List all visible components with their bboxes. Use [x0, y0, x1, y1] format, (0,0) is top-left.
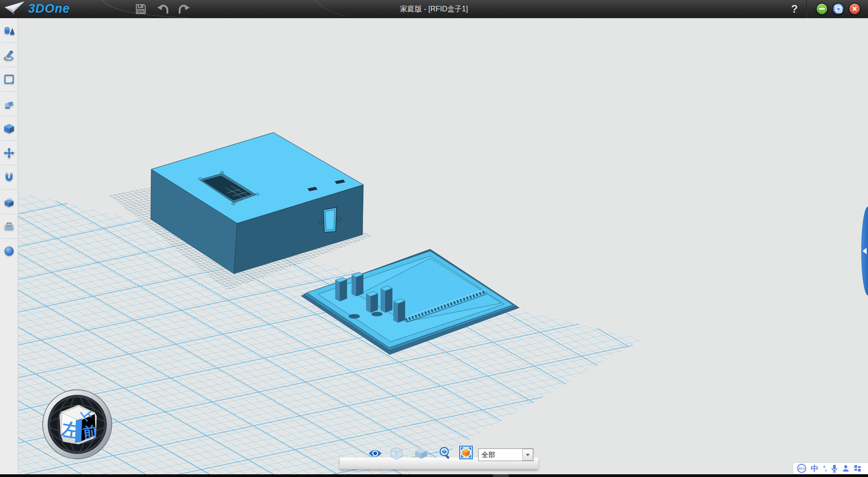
sidebar-item-move[interactable]: [0, 141, 18, 165]
save-icon[interactable]: [134, 3, 147, 15]
window-controls: ✕: [816, 3, 861, 15]
assembly-box-icon: [3, 196, 15, 208]
sidebar-item-material[interactable]: [0, 239, 18, 263]
sketch-plane-icon: [3, 74, 15, 85]
user-icon[interactable]: [842, 465, 849, 472]
magnet-icon: [3, 172, 15, 183]
sidebar-item-sketch[interactable]: [0, 43, 18, 67]
toolbox-icon: [3, 221, 15, 232]
material-sphere-icon: [3, 245, 15, 257]
sidebar-item-constraint[interactable]: [0, 165, 18, 190]
titlebar-divider: [806, 0, 807, 18]
help-button[interactable]: ?: [787, 2, 802, 16]
nav-cube-solid[interactable]: 上 左 前: [59, 405, 98, 444]
app-logo-text: 3DOne: [28, 2, 70, 16]
wireframe-mode-button[interactable]: [389, 447, 404, 460]
selection-filter-dropdown[interactable]: 全部: [478, 448, 534, 461]
sidebar-item-feature[interactable]: [0, 116, 18, 141]
minimize-button[interactable]: [816, 3, 828, 15]
close-icon: ✕: [852, 5, 858, 12]
dropdown-arrow-icon[interactable]: [522, 449, 533, 461]
visibility-eye-icon: [368, 448, 382, 458]
paper-plane-icon: [4, 1, 25, 16]
zoom-view-button[interactable]: [437, 447, 453, 460]
render-frame-icon: [461, 447, 471, 458]
nav-label-left[interactable]: 左: [59, 418, 81, 441]
restore-button[interactable]: [832, 3, 844, 15]
zoom-view-icon: [439, 447, 451, 460]
sidebar-item-assembly[interactable]: [0, 190, 18, 214]
undo-icon[interactable]: [156, 3, 169, 15]
tool-sidebar: [0, 18, 18, 474]
shaded-mode-button[interactable]: [413, 447, 429, 460]
model-rfid-box-lid[interactable]: [151, 133, 363, 274]
panel-grid-icon[interactable]: [854, 465, 861, 472]
redo-icon[interactable]: [178, 3, 191, 15]
view-navigation-cube[interactable]: 上 左 前: [39, 388, 116, 461]
selection-filter-value: 全部: [479, 451, 522, 459]
shaded-cube-icon: [414, 447, 428, 459]
sidebar-item-primitives[interactable]: [0, 18, 18, 43]
model-rfid-box-base[interactable]: [301, 249, 519, 354]
restore-icon: [836, 7, 842, 13]
punctuation-icon[interactable]: °,: [823, 465, 827, 472]
close-button[interactable]: ✕: [848, 3, 861, 15]
sidebar-item-measure[interactable]: [0, 214, 18, 239]
3done-app-window: { "titlebar": { "logo_text": "3DOne", "t…: [0, 0, 868, 477]
sidebar-item-sketch-edit[interactable]: [0, 67, 18, 92]
primitives-icon: [3, 25, 15, 36]
nav-label-front[interactable]: 前: [82, 423, 99, 441]
ifly-logo-icon[interactable]: iFLY: [797, 464, 806, 473]
ime-toolbar: iFLY 中 °,: [793, 462, 868, 474]
taskbar-segment: [493, 474, 509, 477]
eraser-icon: [3, 98, 15, 110]
screen-bottom-strip: [0, 474, 868, 477]
quick-access-toolbar: [134, 0, 191, 18]
feature-cube-icon: [3, 123, 15, 134]
microphone-icon[interactable]: [831, 464, 838, 472]
render-mode-button[interactable]: [459, 446, 473, 459]
wireframe-cube-icon: [390, 447, 403, 460]
panel-expand-arrow-icon: [863, 248, 867, 254]
sidebar-item-edit[interactable]: [0, 92, 18, 116]
app-logo: 3DOne: [4, 1, 70, 16]
sketch-pencil-icon: [3, 49, 15, 61]
chinese-mode-icon[interactable]: 中: [811, 463, 818, 474]
visibility-button[interactable]: [367, 447, 383, 460]
titlebar: 3DOne 家庭版 - [RFID盒子1] ? ✕: [0, 0, 868, 18]
minimize-icon: [819, 8, 825, 10]
viewport-3d[interactable]: 上 左 前: [18, 18, 868, 474]
move-arrows-icon: [3, 147, 15, 159]
model-canvas: [18, 18, 868, 474]
